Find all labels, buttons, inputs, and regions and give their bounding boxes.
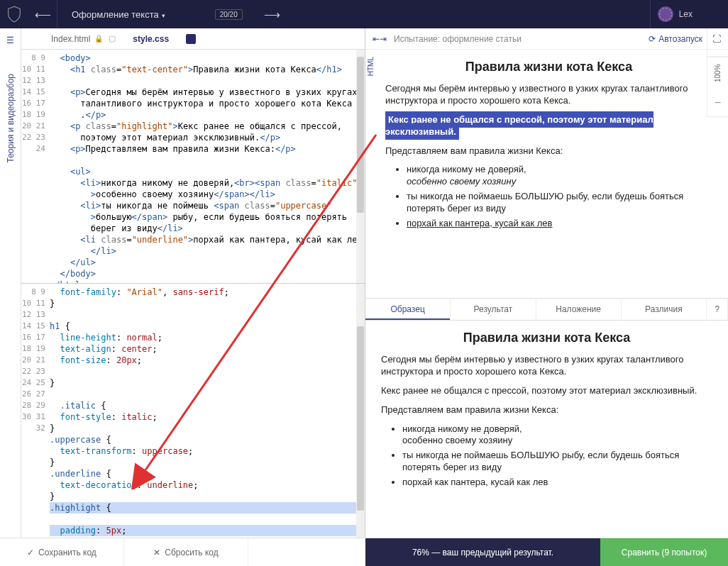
preview-rules-intro: Представляем вам правила жизни Кекса: — [385, 145, 712, 157]
split-icon[interactable]: ⇤⇥ — [373, 34, 387, 44]
list-item: ты никогда не поймаешь БОЛЬШУЮ рыбу, есл… — [407, 191, 712, 215]
avatar — [658, 6, 673, 22]
square-active-icon — [186, 34, 196, 44]
preview-header: ⇤⇥ Испытание: оформление статьи ⟳Автозап… — [365, 28, 728, 50]
sample-title: Правила жизни кота Кекса — [381, 331, 712, 345]
preview-list: никогда никому не доверяй,особенно своем… — [407, 164, 712, 229]
user-name: Lex — [679, 9, 693, 19]
autorun-toggle[interactable]: ⟳Автозапуск — [649, 34, 702, 44]
editor-panel: Index.html🔒▢ style.css 8 9 10 11 12 13 1… — [21, 28, 365, 538]
compare-tabs: Образец Результат Наложение Различия ? — [365, 298, 728, 321]
html-badge[interactable]: HTML — [365, 54, 376, 79]
preview-intro: Сегодня мы берём интервью у известного в… — [385, 83, 712, 107]
page-title[interactable]: Оформление текста▾ — [57, 9, 180, 20]
logo[interactable] — [0, 0, 28, 28]
zoom-out[interactable]: − — [707, 89, 728, 117]
scrollbar[interactable] — [356, 284, 365, 538]
challenge-label: Испытание: оформление статьи — [394, 34, 522, 44]
preview-result: HTML CSS Правила жизни кота Кекса Сегодн… — [365, 50, 728, 298]
shield-icon — [7, 6, 21, 23]
chevron-down-icon: ▾ — [162, 12, 165, 19]
user-menu[interactable]: Lex — [650, 0, 728, 28]
sample-rules-intro: Представляем вам правила жизни Кекса: — [381, 404, 712, 416]
refresh-icon: ⟳ — [649, 34, 656, 44]
ctab-overlay[interactable]: Наложение — [536, 299, 622, 320]
preview-highlight: Кекс ранее не общался с прессой, поэтому… — [385, 111, 653, 140]
html-editor[interactable]: 8 9 10 11 12 13 14 15 16 17 18 19 20 21 … — [21, 50, 365, 284]
square-icon: ▢ — [109, 34, 116, 43]
list-item: никогда никому не доверяй,особенно своем… — [402, 423, 712, 448]
zoom-panel: − 100% − — [707, 28, 728, 117]
reset-button[interactable]: ✕Сбросить код — [124, 538, 248, 566]
css-editor[interactable]: 8 9 10 11 12 13 14 15 16 17 18 19 20 21 … — [21, 284, 365, 538]
scrollbar[interactable] — [356, 50, 365, 283]
nav-prev[interactable]: ⟵ — [28, 8, 57, 21]
topbar: ⟵ Оформление текста▾ 20/20 ⟶ Lex — [0, 0, 728, 28]
ctab-sample[interactable]: Образец — [365, 299, 451, 320]
list-item: порхай как пантера, кусай как лев — [407, 218, 712, 230]
ctab-result[interactable]: Результат — [451, 299, 536, 320]
compare-sample: Правила жизни кота Кекса Сегодня мы берё… — [365, 321, 728, 538]
ctab-help[interactable]: ? — [707, 299, 728, 320]
file-tabs: Index.html🔒▢ style.css — [21, 28, 365, 50]
list-item: никогда никому не доверяй,особенно своем… — [407, 164, 712, 188]
lock-icon: 🔒 — [94, 35, 103, 43]
save-button[interactable]: ✓Сохранить код — [0, 538, 124, 566]
list-item: ты никогда не поймаешь БОЛЬШУЮ рыбу, есл… — [402, 450, 712, 474]
zoom-in[interactable]: − — [707, 28, 728, 57]
zoom-value: 100% — [707, 57, 728, 89]
preview-title: Правила жизни кота Кекса — [385, 60, 712, 74]
close-icon: ✕ — [153, 548, 160, 557]
sample-highlight: Кекс ранее не общался с прессой, поэтому… — [381, 385, 712, 397]
nav-next[interactable]: ⟶ — [264, 8, 280, 21]
compare-button[interactable]: Сравнить (9 попыток) — [600, 538, 728, 566]
hamburger-icon[interactable]: ☰ — [6, 35, 14, 45]
check-icon: ✓ — [27, 548, 34, 557]
progress-bar: 76% — ваш предыдущий результат. — [365, 538, 600, 566]
theory-label[interactable]: Теория и видеоразбор — [6, 74, 16, 162]
tab-style-css[interactable]: style.css — [124, 28, 204, 49]
sidebar-left: ☰ Теория и видеоразбор — [0, 28, 21, 538]
right-panel: ⇤⇥ Испытание: оформление статьи ⟳Автозап… — [365, 28, 728, 538]
step-counter: 20/20 — [215, 9, 243, 20]
ctab-diff[interactable]: Различия — [622, 299, 707, 320]
list-item: порхай как пантера, кусай как лев — [402, 477, 712, 489]
tab-index-html[interactable]: Index.html🔒▢ — [43, 28, 124, 49]
footer: ✓Сохранить код ✕Сбросить код 76% — ваш п… — [0, 538, 728, 566]
sample-list: никогда никому не доверяй,особенно своем… — [402, 423, 712, 489]
sample-intro: Сегодня мы берём интервью у известного в… — [381, 354, 712, 378]
